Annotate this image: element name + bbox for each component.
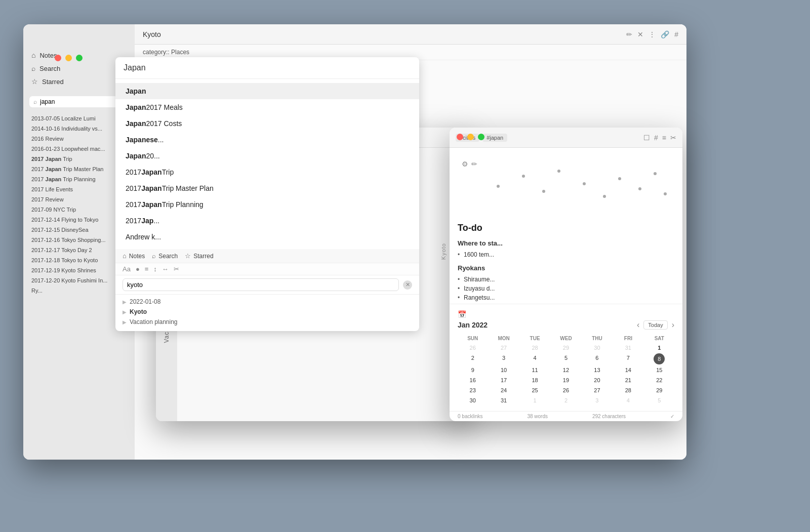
- indent-icon[interactable]: ↕: [153, 265, 157, 273]
- sidebar-item-starred-label: Starred: [42, 78, 64, 86]
- cal-day[interactable]: 4: [613, 396, 643, 405]
- search-result-2017-japan-trip[interactable]: 2017 Japan Trip: [115, 164, 419, 180]
- detail-checkbox-icon[interactable]: ☐: [643, 134, 650, 142]
- kyoto-search-clear[interactable]: ✕: [403, 280, 412, 290]
- search-result-2017-japan-planning[interactable]: 2017 Japan Trip Planning: [115, 196, 419, 213]
- cal-day[interactable]: 22: [644, 376, 674, 385]
- detail-hash-icon[interactable]: #: [654, 134, 658, 142]
- cal-day[interactable]: 28: [520, 343, 550, 352]
- tree-item-date[interactable]: ▶ 2022-01-08: [123, 297, 412, 307]
- detail-close-button[interactable]: [457, 134, 463, 140]
- cal-day[interactable]: 1: [644, 343, 674, 352]
- cal-day[interactable]: 1: [520, 396, 550, 405]
- cal-day[interactable]: 5: [551, 353, 581, 364]
- tree-item-kyoto[interactable]: ▶ Kyoto: [123, 307, 412, 317]
- detail-ryokan-2[interactable]: Izuyasu d...: [458, 284, 674, 293]
- detail-ryokan-3[interactable]: Rangetsu...: [458, 293, 674, 302]
- mini-nav-notes[interactable]: ⌂ Notes: [123, 252, 145, 260]
- cal-day[interactable]: 13: [582, 365, 612, 375]
- list-icon[interactable]: ≡: [145, 265, 149, 273]
- detail-list-icon[interactable]: ≡: [662, 134, 666, 142]
- cal-day-today[interactable]: 8: [654, 353, 665, 364]
- cal-day[interactable]: 26: [458, 343, 488, 352]
- search-result-japan-meals[interactable]: Japan 2017 Meals: [115, 99, 419, 115]
- cal-day[interactable]: 24: [489, 386, 518, 395]
- cal-day[interactable]: 3: [582, 396, 612, 405]
- tag-icon[interactable]: #: [674, 30, 678, 38]
- cal-day[interactable]: 6: [582, 353, 612, 364]
- search-input-row[interactable]: [115, 57, 419, 79]
- cal-day[interactable]: 15: [644, 365, 674, 375]
- search-result-2017-japan-plan[interactable]: 2017 Japan Trip Master Plan: [115, 180, 419, 196]
- cal-day[interactable]: 28: [613, 386, 643, 395]
- search-result-andrew[interactable]: Andrew k...: [115, 229, 419, 245]
- more-icon[interactable]: ⋮: [649, 30, 656, 38]
- cal-day[interactable]: 26: [551, 386, 581, 395]
- search-result-2017-japan-more[interactable]: 2017 Jap...: [115, 213, 419, 229]
- search-result-japan[interactable]: Japan: [115, 83, 419, 99]
- cal-day[interactable]: 29: [551, 343, 581, 352]
- cal-day[interactable]: 20: [582, 376, 612, 385]
- cal-day[interactable]: 16: [458, 376, 488, 385]
- sidebar-search-input[interactable]: [40, 98, 116, 105]
- detail-header-icons: ☐ # ≡ ✂: [643, 134, 676, 142]
- cal-day[interactable]: 30: [582, 343, 612, 352]
- detail-ryokan-1[interactable]: Shiraume...: [458, 275, 674, 284]
- cal-day[interactable]: 10: [489, 365, 518, 375]
- cal-day[interactable]: 2: [551, 396, 581, 405]
- font-icon[interactable]: Aa: [123, 265, 131, 273]
- cal-day[interactable]: 31: [489, 396, 518, 405]
- cal-day[interactable]: 18: [520, 376, 550, 385]
- sidebar-search-box[interactable]: ⌕ ✕: [29, 96, 129, 107]
- search-main-input[interactable]: [124, 63, 411, 72]
- search-result-japan-20[interactable]: Japan 20...: [115, 148, 419, 164]
- bullet-icon[interactable]: ●: [136, 265, 140, 273]
- gear-icon[interactable]: ⚙: [462, 160, 468, 168]
- calendar-next-button[interactable]: ›: [672, 320, 674, 330]
- detail-ryokan-4[interactable]: Yoshimiz...: [458, 302, 674, 304]
- link-icon[interactable]: 🔗: [661, 30, 669, 38]
- mini-nav-starred[interactable]: ☆ Starred: [185, 252, 213, 260]
- cal-day[interactable]: 17: [489, 376, 518, 385]
- cal-day[interactable]: 19: [551, 376, 581, 385]
- detail-tool-icon[interactable]: ✂: [670, 134, 676, 142]
- edit-icon[interactable]: ✏: [626, 30, 632, 38]
- close-icon[interactable]: ✕: [637, 30, 643, 38]
- search-result-japanese[interactable]: Japanese...: [115, 132, 419, 148]
- close-button[interactable]: [55, 55, 61, 61]
- cal-day[interactable]: 31: [613, 343, 643, 352]
- pencil-icon[interactable]: ✏: [471, 160, 477, 168]
- search-icon: ⌕: [31, 64, 35, 72]
- cal-day[interactable]: 12: [551, 365, 581, 375]
- cal-day[interactable]: 2: [458, 353, 488, 364]
- cal-day[interactable]: 5: [644, 396, 674, 405]
- maximize-button[interactable]: [76, 55, 83, 61]
- cut-icon[interactable]: ✂: [174, 265, 179, 273]
- cal-day[interactable]: 11: [520, 365, 550, 375]
- svg-point-9: [664, 192, 667, 195]
- tree-item-vacation[interactable]: ▶ Vacation planning: [123, 317, 412, 327]
- cal-day[interactable]: 23: [458, 386, 488, 395]
- cal-day[interactable]: 25: [520, 386, 550, 395]
- search-result-japan-costs[interactable]: Japan 2017 Costs: [115, 115, 419, 132]
- calendar-widget: 📅 Jan 2022 ‹ Today › SUN MON TUE WED THU…: [450, 304, 682, 411]
- cal-day[interactable]: 29: [644, 386, 674, 395]
- tag-japan[interactable]: #japan: [482, 134, 507, 142]
- cal-day[interactable]: 7: [613, 353, 643, 364]
- calendar-prev-button[interactable]: ‹: [637, 320, 639, 330]
- kyoto-search-input[interactable]: [123, 278, 399, 291]
- cal-day[interactable]: 27: [489, 343, 518, 352]
- mini-nav-search[interactable]: ⌕ Search: [152, 252, 178, 260]
- cal-day[interactable]: 21: [613, 376, 643, 385]
- cal-day[interactable]: 30: [458, 396, 488, 405]
- minimize-button[interactable]: [65, 55, 72, 61]
- cal-day[interactable]: 3: [489, 353, 518, 364]
- cal-day[interactable]: 4: [520, 353, 550, 364]
- outdent-icon[interactable]: ↔: [162, 265, 169, 273]
- calendar-today-button[interactable]: Today: [643, 320, 667, 330]
- detail-minimize-button[interactable]: [467, 134, 474, 140]
- cal-day[interactable]: 27: [582, 386, 612, 395]
- cal-day[interactable]: 14: [613, 365, 643, 375]
- cal-day[interactable]: 9: [458, 365, 488, 375]
- detail-maximize-button[interactable]: [478, 134, 484, 140]
